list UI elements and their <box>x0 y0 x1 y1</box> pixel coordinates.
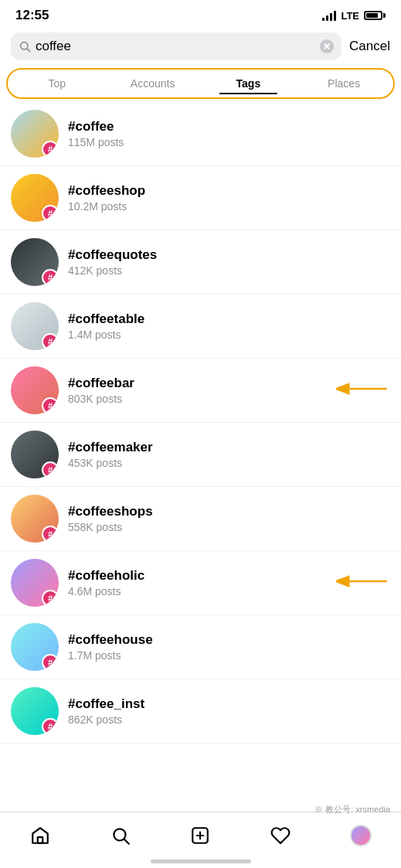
heart-icon <box>270 825 291 846</box>
tag-name-4: #coffeetable <box>68 311 390 327</box>
tag-item-7[interactable]: ##coffeeshops558K posts <box>0 487 401 551</box>
tab-accounts[interactable]: Accounts <box>105 71 201 96</box>
tag-posts-6: 453K posts <box>68 457 390 469</box>
tag-posts-7: 558K posts <box>68 521 390 533</box>
tab-tags[interactable]: Tags <box>201 71 297 96</box>
svg-rect-4 <box>38 837 43 843</box>
tag-avatar-5: # <box>11 366 59 414</box>
tag-name-7: #coffeeshops <box>68 504 390 519</box>
tag-item-10[interactable]: ##coffee_inst862K posts <box>0 679 401 744</box>
battery-icon <box>364 11 386 20</box>
tag-item-3[interactable]: ##coffeequotes412K posts <box>0 230 401 294</box>
profile-avatar <box>350 825 372 846</box>
tag-avatar-2: # <box>11 174 59 222</box>
tabs-border: Top Accounts Tags Places <box>6 68 395 99</box>
tag-info-7: #coffeeshops558K posts <box>68 504 390 533</box>
cancel-button[interactable]: Cancel <box>349 39 390 54</box>
tag-info-2: #coffeeshop10.2M posts <box>68 183 390 213</box>
tag-avatar-9: # <box>11 623 59 671</box>
tag-info-3: #coffeequotes412K posts <box>68 247 390 277</box>
tag-avatar-3: # <box>11 238 59 286</box>
search-nav-icon <box>110 825 131 846</box>
tag-info-6: #coffeemaker453K posts <box>68 440 390 469</box>
signal-icon <box>322 10 336 21</box>
tag-info-4: #coffeetable1.4M posts <box>68 311 390 341</box>
tag-info-5: #coffeebar803K posts <box>68 376 390 405</box>
hash-badge-5: # <box>42 397 59 414</box>
nav-add[interactable] <box>181 820 219 851</box>
tag-posts-8: 4.6M posts <box>68 585 390 597</box>
tag-item-9[interactable]: ##coffeehouse1.7M posts <box>0 615 401 679</box>
tag-name-1: #coffee <box>68 119 390 134</box>
tag-info-9: #coffeehouse1.7M posts <box>68 632 390 662</box>
tag-list: ##coffee115M posts##coffeeshop10.2M post… <box>0 102 401 744</box>
tag-posts-2: 10.2M posts <box>68 200 390 213</box>
nav-home[interactable] <box>21 820 59 851</box>
tag-avatar-10: # <box>11 687 59 735</box>
tag-avatar-6: # <box>11 431 59 478</box>
lte-label: LTE <box>341 10 359 22</box>
tab-places[interactable]: Places <box>296 71 392 96</box>
tag-item-4[interactable]: ##coffeetable1.4M posts <box>0 294 401 359</box>
tag-posts-5: 803K posts <box>68 393 390 405</box>
hash-badge-4: # <box>42 333 59 350</box>
hash-badge-9: # <box>42 654 59 671</box>
tag-posts-3: 412K posts <box>68 264 390 277</box>
home-indicator <box>151 859 251 863</box>
tag-avatar-4: # <box>11 302 59 350</box>
tag-item-5[interactable]: ##coffeebar803K posts <box>0 359 401 423</box>
tag-avatar-7: # <box>11 495 59 543</box>
home-icon <box>30 825 50 846</box>
tag-name-8: #coffeeholic <box>68 568 390 584</box>
tag-posts-1: 115M posts <box>68 136 390 148</box>
tag-name-9: #coffeehouse <box>68 632 390 648</box>
hash-badge-2: # <box>42 205 59 222</box>
tag-name-10: #coffee_inst <box>68 696 390 712</box>
tag-avatar-1: # <box>11 110 59 158</box>
tag-info-8: #coffeeholic4.6M posts <box>68 568 390 597</box>
tag-name-6: #coffeemaker <box>68 440 390 455</box>
search-query: coffee <box>36 39 315 54</box>
tag-posts-10: 862K posts <box>68 713 390 726</box>
status-icons: LTE <box>322 10 386 22</box>
nav-search[interactable] <box>101 820 140 851</box>
clear-button[interactable] <box>320 39 334 53</box>
nav-profile[interactable] <box>342 820 380 851</box>
hash-badge-6: # <box>42 461 59 478</box>
watermark: ※ 教公号: xrsmedia <box>314 804 390 815</box>
hash-badge-10: # <box>42 718 59 735</box>
tag-info-1: #coffee115M posts <box>68 119 390 148</box>
hash-badge-1: # <box>42 141 59 158</box>
tag-item-8[interactable]: ##coffeeholic4.6M posts <box>0 551 401 615</box>
search-bar: coffee Cancel <box>0 28 401 65</box>
svg-line-6 <box>124 839 129 844</box>
tag-item-6[interactable]: ##coffeemaker453K posts <box>0 423 401 487</box>
svg-line-1 <box>27 49 30 52</box>
hash-badge-8: # <box>42 590 59 607</box>
hash-badge-3: # <box>42 269 59 286</box>
tag-item-1[interactable]: ##coffee115M posts <box>0 102 401 166</box>
tag-info-10: #coffee_inst862K posts <box>68 696 390 726</box>
tab-top[interactable]: Top <box>9 71 105 96</box>
search-input-wrap[interactable]: coffee <box>11 32 342 60</box>
nav-heart[interactable] <box>261 820 300 851</box>
tag-item-2[interactable]: ##coffeeshop10.2M posts <box>0 166 401 230</box>
hash-badge-7: # <box>42 526 59 543</box>
add-icon <box>190 825 210 846</box>
tag-avatar-8: # <box>11 559 59 607</box>
tag-name-5: #coffeebar <box>68 376 390 391</box>
tag-posts-9: 1.7M posts <box>68 649 390 662</box>
search-icon <box>19 40 31 53</box>
tag-name-2: #coffeeshop <box>68 183 390 199</box>
tag-posts-4: 1.4M posts <box>68 328 390 341</box>
tabs-container: Top Accounts Tags Places <box>0 65 401 102</box>
status-bar: 12:55 LTE <box>0 0 401 28</box>
tag-name-3: #coffeequotes <box>68 247 390 263</box>
status-time: 12:55 <box>15 8 49 23</box>
